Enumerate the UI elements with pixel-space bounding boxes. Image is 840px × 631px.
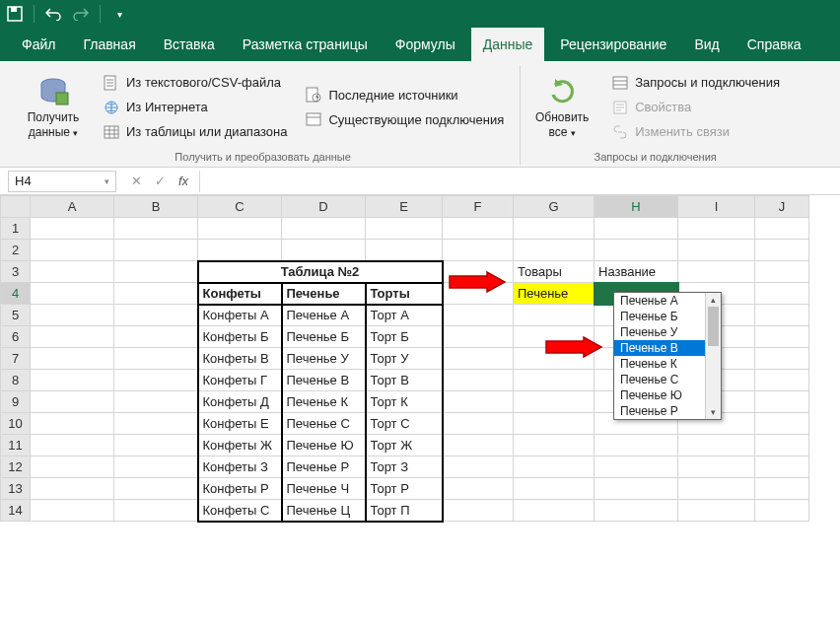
row-header-1[interactable]: 1: [1, 218, 31, 240]
cell-D12[interactable]: Печенье Р: [282, 456, 366, 478]
cell-G8[interactable]: [514, 370, 595, 391]
row-header-5[interactable]: 5: [1, 305, 31, 326]
cell-D7[interactable]: Печенье У: [282, 348, 366, 370]
cell-H13[interactable]: [595, 478, 678, 500]
cell-C11[interactable]: Конфеты Ж: [198, 435, 282, 456]
col-header-H[interactable]: H: [595, 196, 678, 218]
row-header-7[interactable]: 7: [1, 348, 31, 370]
cell-B6[interactable]: [114, 326, 198, 348]
cell-D4[interactable]: Печенье: [282, 283, 366, 305]
fx-button[interactable]: fx: [172, 171, 195, 192]
cell-A1[interactable]: [31, 218, 114, 240]
cell-D5[interactable]: Печенье А: [282, 305, 366, 326]
accept-formula-button[interactable]: ✓: [148, 171, 172, 192]
cell-F6[interactable]: [443, 326, 514, 348]
cell-E6[interactable]: Торт Б: [366, 326, 443, 348]
cell-D10[interactable]: Печенье С: [282, 413, 366, 435]
scroll-thumb[interactable]: [708, 307, 719, 346]
cell-I14[interactable]: [678, 500, 755, 522]
cell-J1[interactable]: [755, 218, 809, 240]
tab-review[interactable]: Рецензирование: [548, 28, 678, 61]
cell-A5[interactable]: [31, 305, 114, 326]
col-header-D[interactable]: D: [282, 196, 366, 218]
get-data-button[interactable]: Получитьданные ▾: [18, 67, 89, 147]
cell-F10[interactable]: [443, 413, 514, 435]
tab-page-layout[interactable]: Разметка страницы: [231, 28, 380, 61]
existing-connections-button[interactable]: Существующие подключения: [301, 108, 508, 130]
save-icon[interactable]: [6, 5, 24, 23]
cell-F8[interactable]: [443, 370, 514, 391]
cell-J10[interactable]: [755, 413, 809, 435]
cell-F13[interactable]: [443, 478, 514, 500]
row-header-8[interactable]: 8: [1, 370, 31, 391]
cell-J2[interactable]: [755, 240, 809, 261]
scroll-up-icon[interactable]: ▴: [706, 293, 721, 307]
cell-J12[interactable]: [755, 456, 809, 478]
cell-J5[interactable]: [755, 305, 809, 326]
cell-A8[interactable]: [31, 370, 114, 391]
cell-B1[interactable]: [114, 218, 198, 240]
cancel-formula-button[interactable]: ✕: [124, 171, 148, 192]
cell-J7[interactable]: [755, 348, 809, 370]
cell-E7[interactable]: Торт У: [366, 348, 443, 370]
customize-qat-icon[interactable]: ▾: [110, 5, 128, 23]
row-header-14[interactable]: 14: [1, 500, 31, 522]
cell-J3[interactable]: [755, 261, 809, 283]
row-header-13[interactable]: 13: [1, 478, 31, 500]
cell-I12[interactable]: [678, 456, 755, 478]
cell-F1[interactable]: [443, 218, 514, 240]
cell-H11[interactable]: [595, 435, 678, 456]
cell-B3[interactable]: [114, 261, 198, 283]
cell-D13[interactable]: Печенье Ч: [282, 478, 366, 500]
row-header-12[interactable]: 12: [1, 456, 31, 478]
scroll-down-icon[interactable]: ▾: [706, 405, 721, 419]
cell-B4[interactable]: [114, 283, 198, 305]
queries-connections-button[interactable]: Запросы и подключения: [607, 72, 784, 94]
cell-A6[interactable]: [31, 326, 114, 348]
cell-C2[interactable]: [198, 240, 282, 261]
cell-C10[interactable]: Конфеты Е: [198, 413, 282, 435]
recent-sources-button[interactable]: Последние источники: [301, 84, 508, 105]
col-header-E[interactable]: E: [366, 196, 443, 218]
cell-J13[interactable]: [755, 478, 809, 500]
tab-help[interactable]: Справка: [735, 28, 813, 61]
cell-G13[interactable]: [514, 478, 595, 500]
cell-C3[interactable]: Таблица №2: [198, 261, 443, 283]
cell-B9[interactable]: [114, 391, 198, 413]
cell-B12[interactable]: [114, 456, 198, 478]
cell-J8[interactable]: [755, 370, 809, 391]
cell-B11[interactable]: [114, 435, 198, 456]
cell-D1[interactable]: [282, 218, 366, 240]
cell-D8[interactable]: Печенье В: [282, 370, 366, 391]
row-header-9[interactable]: 9: [1, 391, 31, 413]
cell-A11[interactable]: [31, 435, 114, 456]
cell-A4[interactable]: [31, 283, 114, 305]
name-box[interactable]: H4 ▾: [8, 171, 116, 192]
cell-B13[interactable]: [114, 478, 198, 500]
col-header-F[interactable]: F: [443, 196, 514, 218]
from-csv-button[interactable]: Из текстового/CSV-файла: [99, 72, 291, 94]
cell-D14[interactable]: Печенье Ц: [282, 500, 366, 522]
cell-J6[interactable]: [755, 326, 809, 348]
from-web-button[interactable]: Из Интернета: [99, 97, 291, 118]
cell-B7[interactable]: [114, 348, 198, 370]
row-header-2[interactable]: 2: [1, 240, 31, 261]
cell-F7[interactable]: [443, 348, 514, 370]
cell-I11[interactable]: [678, 435, 755, 456]
cell-D11[interactable]: Печенье Ю: [282, 435, 366, 456]
cell-H12[interactable]: [595, 456, 678, 478]
cell-G1[interactable]: [514, 218, 595, 240]
cell-H3[interactable]: Название: [595, 261, 678, 283]
cell-I3[interactable]: [678, 261, 755, 283]
tab-file[interactable]: Файл: [10, 28, 67, 61]
properties-button[interactable]: Свойства: [607, 97, 784, 118]
cell-E1[interactable]: [366, 218, 443, 240]
cell-C7[interactable]: Конфеты В: [198, 348, 282, 370]
cell-A13[interactable]: [31, 478, 114, 500]
row-header-10[interactable]: 10: [1, 413, 31, 435]
tab-view[interactable]: Вид: [682, 28, 731, 61]
cell-E10[interactable]: Торт С: [366, 413, 443, 435]
cell-A3[interactable]: [31, 261, 114, 283]
cell-G3[interactable]: Товары: [514, 261, 595, 283]
tab-data[interactable]: Данные: [471, 28, 545, 61]
